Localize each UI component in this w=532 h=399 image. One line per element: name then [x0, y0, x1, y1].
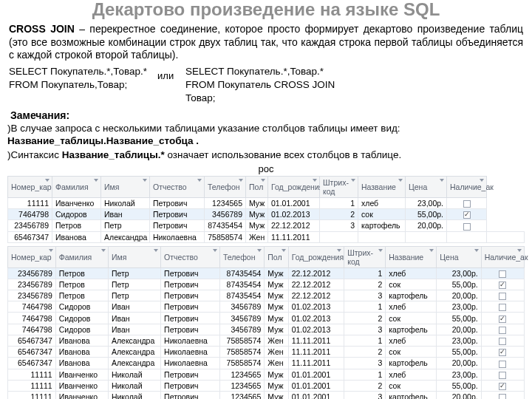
dropdown-icon[interactable] — [429, 249, 434, 252]
table-row[interactable]: 65467347ИвановаАлександраНиколаевна75858… — [8, 358, 525, 369]
column-header[interactable]: Наличие_ак — [447, 176, 487, 197]
column-header[interactable]: Фамилия — [55, 246, 108, 267]
table-cell: Петр — [101, 220, 150, 231]
table-row[interactable]: 11111ИванченкоНиколайПетрович1234565Муж0… — [8, 391, 525, 399]
table-row[interactable]: 65467347ИвановаАлександраНиколаевна75858… — [8, 231, 525, 242]
checkbox-icon[interactable] — [499, 394, 506, 399]
column-header[interactable]: Наличие_ак — [481, 246, 524, 267]
table-cell: 11111 — [8, 380, 56, 391]
column-header[interactable]: Год_рождения — [268, 176, 320, 197]
dropdown-icon[interactable] — [313, 179, 317, 182]
code-line: FROM Покупатель,Товар; — [9, 78, 147, 92]
table-cell: 87435454 — [219, 290, 264, 301]
table-row[interactable]: 7464798СидоровИванПетрович3456789Муж01.0… — [8, 301, 525, 313]
table-cell — [320, 231, 358, 242]
checkbox-icon[interactable] — [499, 383, 506, 390]
dropdown-icon[interactable] — [398, 179, 403, 182]
column-header[interactable]: Пол — [246, 176, 268, 197]
checkbox-icon[interactable] — [499, 270, 506, 278]
table-cell: 2 — [344, 380, 386, 391]
column-header[interactable]: Название — [386, 246, 437, 267]
column-header[interactable]: Год_рождения — [288, 246, 344, 267]
checkbox-icon[interactable] — [463, 223, 471, 231]
dropdown-icon[interactable] — [440, 179, 444, 182]
table-cell — [358, 231, 406, 242]
column-header[interactable]: Пол — [265, 246, 288, 267]
checkbox-icon[interactable] — [499, 327, 506, 334]
column-header[interactable]: Цена — [406, 176, 447, 197]
dropdown-icon[interactable] — [261, 179, 265, 182]
dropdown-icon[interactable] — [257, 249, 262, 252]
column-header[interactable]: Название — [358, 176, 406, 197]
column-header[interactable]: Фамилия — [52, 176, 101, 197]
column-header[interactable]: Телефон — [205, 176, 246, 197]
note-bold: Название_таблицы.Название_стобца . — [7, 135, 199, 146]
dropdown-icon[interactable] — [197, 179, 202, 182]
dropdown-icon[interactable] — [213, 249, 217, 252]
note-item: )Синтаксис Название_таблицы.* означает и… — [7, 149, 522, 161]
column-header[interactable]: Штрих-код — [320, 176, 358, 197]
checkbox-icon[interactable] — [499, 349, 506, 356]
dropdown-icon[interactable] — [378, 249, 383, 252]
table-row[interactable]: 7464798СидоровИванПетрович3456789Муж01.0… — [8, 324, 525, 335]
checkbox-icon[interactable] — [499, 282, 506, 289]
table-row[interactable]: 23456789ПетровПетрПетрович87435454Муж22.… — [8, 290, 525, 301]
column-header[interactable]: Штрих-код — [344, 246, 386, 267]
dropdown-icon[interactable] — [101, 249, 106, 252]
column-header[interactable]: Имя — [101, 176, 150, 197]
dropdown-icon[interactable] — [337, 249, 341, 252]
column-header[interactable]: Имя — [108, 246, 160, 267]
table-cell: 01.02.2013 — [288, 313, 344, 324]
dropdown-icon[interactable] — [45, 179, 50, 182]
dropdown-icon[interactable] — [94, 179, 98, 182]
table-cell: хлеб — [386, 369, 437, 380]
dropdown-icon[interactable] — [517, 249, 522, 252]
table-row[interactable]: 23456789ПетровПетрПетрович87435454Муж22.… — [8, 279, 525, 290]
column-header[interactable]: Номер_кар — [8, 246, 56, 267]
dropdown-icon[interactable] — [480, 179, 484, 182]
slide: Декартово произведение на языке SQL CROS… — [0, 0, 532, 399]
dropdown-icon[interactable] — [154, 249, 158, 252]
column-header[interactable]: Телефон — [219, 246, 264, 267]
dropdown-icon[interactable] — [239, 179, 243, 182]
slide-title: Декартово произведение на языке SQL — [7, 0, 525, 18]
table-cell: 11.11.2011 — [288, 347, 344, 358]
checkbox-icon[interactable] — [463, 211, 471, 219]
table-row[interactable]: 11111ИванченкоНиколайПетрович1234565Муж0… — [8, 369, 525, 380]
table-row[interactable]: 7464798СидоровИванПетрович3456789Муж01.0… — [8, 313, 525, 324]
table-cell: 1234565 — [205, 197, 246, 208]
table-row[interactable]: 7464798СидоровИванПетрович3456789Муж01.0… — [8, 209, 525, 220]
dropdown-icon[interactable] — [282, 249, 286, 252]
table-cell: Муж — [265, 369, 288, 380]
column-header[interactable]: Отчество — [161, 246, 220, 267]
result-grid: Номер_карФамилияИмяОтчествоТелефонПолГод… — [7, 246, 525, 399]
table-cell: 55,00р. — [437, 347, 481, 358]
table-row[interactable]: 11111ИванченкоНиколайПетрович1234565Муж0… — [8, 197, 525, 208]
table-row[interactable]: 65467347ИвановаАлександраНиколаевна75858… — [8, 335, 525, 346]
column-header[interactable]: Отчество — [150, 176, 205, 197]
table-cell: 1 — [344, 335, 386, 346]
column-header[interactable]: Цена — [437, 246, 481, 267]
table-cell: Муж — [265, 290, 288, 301]
dropdown-icon[interactable] — [143, 179, 147, 182]
checkbox-icon[interactable] — [499, 338, 506, 345]
checkbox-icon[interactable] — [499, 304, 506, 311]
checkbox-icon[interactable] — [499, 293, 506, 300]
checkbox-icon[interactable] — [499, 372, 506, 379]
table-row[interactable]: 23456789ПетровПетрПетрович87435454Муж22.… — [8, 267, 525, 279]
checkbox-icon[interactable] — [463, 200, 471, 208]
dropdown-icon[interactable] — [49, 249, 53, 252]
table-cell: 01.02.2013 — [288, 324, 344, 335]
table-row[interactable]: 65467347ИвановаАлександраНиколаевна75858… — [8, 347, 525, 358]
table-row[interactable]: 23456789ПетровПетрПетрович87435454Муж22.… — [8, 220, 525, 231]
table-cell: Муж — [265, 267, 288, 279]
table-row[interactable]: 11111ИванченкоНиколайПетрович1234565Муж0… — [8, 380, 525, 391]
column-header[interactable]: Номер_кар — [8, 176, 52, 197]
dropdown-icon[interactable] — [351, 179, 355, 182]
checkbox-icon[interactable] — [499, 361, 506, 368]
checkbox-icon[interactable] — [499, 316, 506, 323]
table-cell: 01.01.2001 — [288, 369, 344, 380]
dropdown-icon[interactable] — [474, 249, 479, 252]
table-cell — [487, 231, 525, 242]
table-cell: 11.11.2011 — [288, 335, 344, 346]
